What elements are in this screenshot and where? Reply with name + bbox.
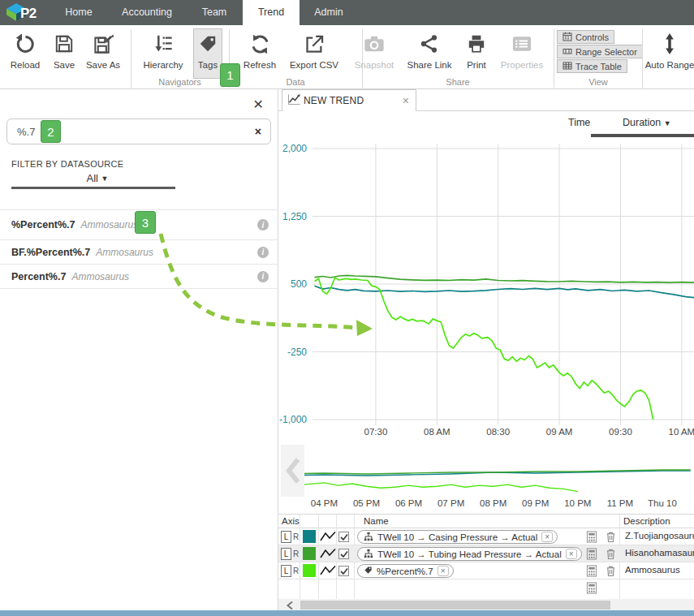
nav-tab-accounting[interactable]: Accounting [119, 0, 175, 25]
share-link-button[interactable]: Share Link [403, 29, 455, 78]
horizontal-scrollbar[interactable] [278, 599, 694, 611]
nav-tab-team[interactable]: Team [190, 0, 239, 25]
series-pill[interactable]: TWell 10 → Tubing Head Pressure → Actual… [357, 547, 582, 561]
tag-datasource: Ammosaurus [96, 247, 153, 258]
trend-document-tab[interactable]: NEW TREND × [282, 89, 416, 111]
close-icon[interactable]: × [253, 96, 263, 112]
trash-icon[interactable] [606, 548, 616, 562]
auto-range-button[interactable]: Auto Range [644, 29, 694, 78]
info-icon[interactable]: i [257, 247, 269, 258]
export-csv-button[interactable]: Export CSV [284, 29, 344, 78]
table-row: LR TWell 10 → Casing Pressure → Actual ×… [278, 528, 694, 545]
range-selector-label: Range Selector [575, 47, 637, 57]
tag-name: BF.%Percent%.7 [11, 247, 90, 258]
callout-badge-3: 3 [135, 211, 156, 234]
trace-table-toggle[interactable]: Trace Table [557, 59, 627, 73]
save-as-label: Save As [86, 60, 120, 70]
trend-chart-pane: NEW TREND × Time Duration ▼ 2,0001,25050… [278, 89, 694, 610]
x-axis-tick-label: 05 PM [353, 498, 380, 508]
line-style-icon[interactable] [320, 548, 336, 562]
save-as-button[interactable]: Save As [82, 29, 124, 78]
table-row: LR TWell 10 → Tubing Head Pressure → Act… [278, 545, 694, 562]
series-color-swatch[interactable] [303, 564, 316, 577]
tag-icon [197, 29, 218, 58]
reload-button[interactable]: Reload [6, 29, 44, 78]
nav-tab-admin[interactable]: Admin [304, 0, 353, 25]
series-visible-checkbox[interactable] [338, 532, 349, 542]
datasource-filter-value: All [87, 172, 98, 184]
filter-underline [11, 187, 175, 189]
remove-series-icon[interactable]: × [566, 549, 577, 559]
datasource-filter-dropdown[interactable]: All ▼ [0, 172, 195, 184]
series-color-swatch[interactable] [303, 547, 316, 560]
tag-list-item[interactable]: BF.%Percent%.7 Ammosaurus i [0, 240, 278, 265]
line-style-icon[interactable] [320, 531, 336, 545]
range-selector-toggle[interactable]: Range Selector [557, 45, 643, 58]
info-icon[interactable]: i [257, 219, 269, 230]
printer-icon [466, 29, 487, 58]
axis-right-button[interactable]: R [293, 566, 299, 575]
axis-left-button[interactable]: L [281, 565, 291, 577]
axis-left-button[interactable]: L [281, 548, 291, 560]
axis-right-button[interactable]: R [293, 532, 299, 541]
p2-logo: P2 [6, 3, 37, 24]
tag-datasource: Ammosaurus [81, 219, 139, 230]
range-selector-left-handle[interactable] [281, 445, 304, 497]
series-visible-checkbox[interactable] [338, 549, 349, 559]
snapshot-button[interactable]: Snapshot [349, 29, 399, 78]
calculator-icon[interactable] [586, 548, 597, 562]
export-csv-label: Export CSV [290, 60, 338, 70]
series-name: TWell 10 → Casing Pressure → Actual [377, 532, 537, 542]
calculator-icon[interactable] [586, 565, 597, 579]
info-icon[interactable]: i [257, 271, 269, 282]
nav-tab-home[interactable]: Home [54, 0, 103, 25]
series-pill[interactable]: TWell 10 → Casing Pressure → Actual × [357, 530, 558, 544]
save-button[interactable]: Save [47, 29, 81, 78]
series-pill[interactable]: %Percent%.7 × [357, 564, 454, 578]
calculator-icon[interactable] [586, 582, 597, 596]
print-button[interactable]: Print [459, 29, 494, 78]
trash-icon[interactable] [606, 565, 616, 579]
scrollbar-thumb[interactable] [300, 601, 610, 610]
x-axis-tick-label: 08 PM [480, 498, 506, 508]
series-visible-checkbox[interactable] [338, 566, 349, 576]
clear-search-icon[interactable]: × [255, 125, 261, 138]
range-selector-chart[interactable]: 04 PM05 PM06 PM07 PM08 PM09 PM10 PM11 PM… [278, 445, 694, 510]
controls-toggle[interactable]: Controls [557, 30, 614, 44]
chart-series-line [315, 278, 653, 420]
tag-name: Percent%.7 [11, 271, 66, 282]
ribbon-divider [642, 29, 643, 88]
line-style-icon[interactable] [320, 565, 336, 579]
ribbon-toolbar: Reload Save Save As Hierarchy Tags 1 Ref… [0, 25, 694, 89]
name-column-header: Name [364, 516, 389, 526]
hierarchy-icon [364, 549, 373, 560]
x-axis-tick-label: 09:30 [609, 427, 632, 437]
axis-right-button[interactable]: R [293, 549, 299, 558]
save-icon [54, 29, 75, 58]
chevron-left-icon [283, 455, 303, 486]
print-label: Print [467, 60, 486, 70]
reload-label: Reload [11, 60, 40, 70]
callout-badge-2: 2 [41, 120, 61, 143]
hierarchy-icon [153, 29, 175, 58]
tag-datasource: Ammosaurus [71, 271, 129, 282]
axis-left-button[interactable]: L [281, 531, 291, 543]
tags-button[interactable]: Tags [193, 28, 222, 79]
calendar-icon [563, 32, 572, 43]
properties-button[interactable]: Properties [492, 29, 552, 78]
nav-tab-trend[interactable]: Trend [243, 0, 300, 25]
main-trend-chart[interactable]: 2,0001,250500-250-1,00007:3008 AM08:3009… [278, 114, 694, 440]
refresh-button[interactable]: Refresh [239, 29, 280, 78]
hierarchy-button[interactable]: Hierarchy [140, 29, 186, 78]
hierarchy-icon [364, 532, 373, 543]
tag-list-item[interactable]: Percent%.7 Ammosaurus i [0, 265, 278, 289]
remove-series-icon[interactable]: × [438, 566, 449, 576]
trash-icon[interactable] [606, 531, 616, 545]
x-axis-tick-label: 09 AM [546, 427, 573, 437]
y-axis-tick-label: 2,000 [282, 143, 307, 154]
series-color-swatch[interactable] [303, 530, 316, 543]
tab-close-icon[interactable]: × [403, 94, 409, 107]
calculator-icon[interactable] [586, 531, 597, 545]
chart-series-line [282, 470, 690, 474]
remove-series-icon[interactable]: × [541, 532, 553, 542]
